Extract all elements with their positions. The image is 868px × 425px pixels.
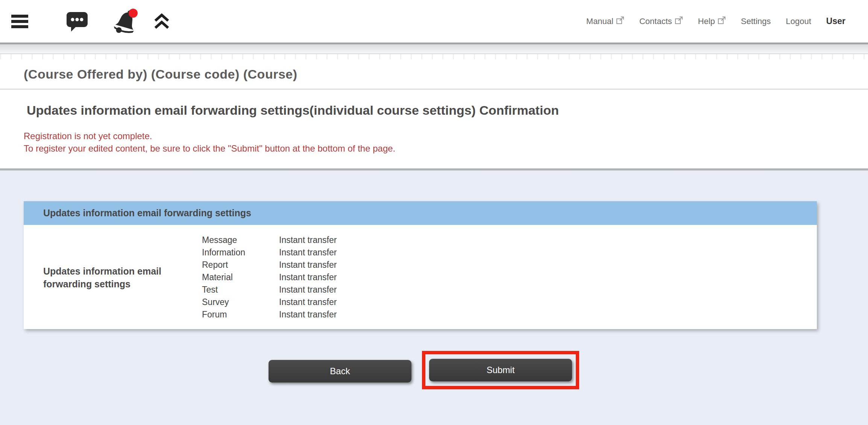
external-link-icon: [718, 16, 726, 27]
table-row: Survey Instant transfer: [202, 296, 337, 308]
registration-notice: Registration is not yet complete. To reg…: [0, 130, 868, 155]
table-row: Forum Instant transfer: [202, 308, 337, 321]
notification-bell-icon[interactable]: [114, 8, 138, 35]
external-link-icon: [675, 16, 683, 27]
item-value: Instant transfer: [279, 296, 337, 308]
confirmation-block: Updates information email forwarding set…: [0, 90, 868, 168]
table-row: Report Instant transfer: [202, 259, 337, 271]
nav-help[interactable]: Help: [698, 16, 726, 27]
topbar-icon-group: [0, 8, 170, 35]
external-link-icon: [616, 16, 624, 27]
item-value: Instant transfer: [279, 284, 337, 296]
top-nav: Manual Contacts Help: [586, 16, 845, 27]
submit-button[interactable]: Submit: [429, 359, 572, 381]
nav-user[interactable]: User: [826, 16, 845, 26]
item-value: Instant transfer: [279, 246, 337, 259]
nav-settings[interactable]: Settings: [741, 17, 771, 26]
nav-help-label: Help: [698, 17, 715, 26]
item-name: Test: [202, 284, 279, 296]
nav-logout[interactable]: Logout: [786, 17, 811, 26]
notice-line-2: To register your edited content, be sure…: [24, 142, 868, 155]
menu-icon[interactable]: [11, 14, 29, 29]
button-area: Back Submit: [0, 329, 868, 404]
forwarding-settings-panel: Updates information email forwarding set…: [24, 201, 817, 329]
notice-line-1: Registration is not yet complete.: [24, 130, 868, 142]
back-button[interactable]: Back: [269, 360, 411, 382]
nav-manual-label: Manual: [586, 17, 613, 26]
row-label: Updates information email forwarding set…: [24, 265, 202, 290]
item-name: Forum: [202, 308, 279, 321]
main-content: Updates information email forwarding set…: [0, 168, 868, 425]
background-texture-strip: [0, 54, 868, 59]
table-row: Information Instant transfer: [202, 246, 337, 259]
top-bar: Manual Contacts Help: [0, 0, 868, 42]
course-title-bar: (Course Offered by) (Course code) (Cours…: [0, 59, 868, 90]
item-value: Instant transfer: [279, 234, 337, 246]
nav-contacts[interactable]: Contacts: [639, 16, 683, 27]
table-row: Material Instant transfer: [202, 271, 337, 284]
submit-highlight-box: Submit: [422, 351, 579, 389]
page-title: Updates information email forwarding set…: [0, 103, 868, 118]
panel-header: Updates information email forwarding set…: [24, 201, 817, 225]
table-row: Message Instant transfer: [202, 234, 337, 246]
item-name: Survey: [202, 296, 279, 308]
item-value: Instant transfer: [279, 308, 337, 321]
item-name: Information: [202, 246, 279, 259]
panel-body: Updates information email forwarding set…: [24, 225, 817, 329]
item-name: Report: [202, 259, 279, 271]
item-name: Message: [202, 234, 279, 246]
course-title: (Course Offered by) (Course code) (Cours…: [24, 67, 297, 82]
item-value: Instant transfer: [279, 259, 337, 271]
forwarding-items: Message Instant transfer Information Ins…: [202, 234, 337, 321]
header-divider-band: [0, 42, 868, 54]
double-chevron-up-icon[interactable]: [153, 13, 170, 30]
table-row: Test Instant transfer: [202, 284, 337, 296]
item-value: Instant transfer: [279, 271, 337, 284]
chat-bubble-icon[interactable]: [66, 11, 88, 32]
item-name: Material: [202, 271, 279, 284]
nav-contacts-label: Contacts: [639, 17, 672, 26]
nav-manual[interactable]: Manual: [586, 16, 624, 27]
